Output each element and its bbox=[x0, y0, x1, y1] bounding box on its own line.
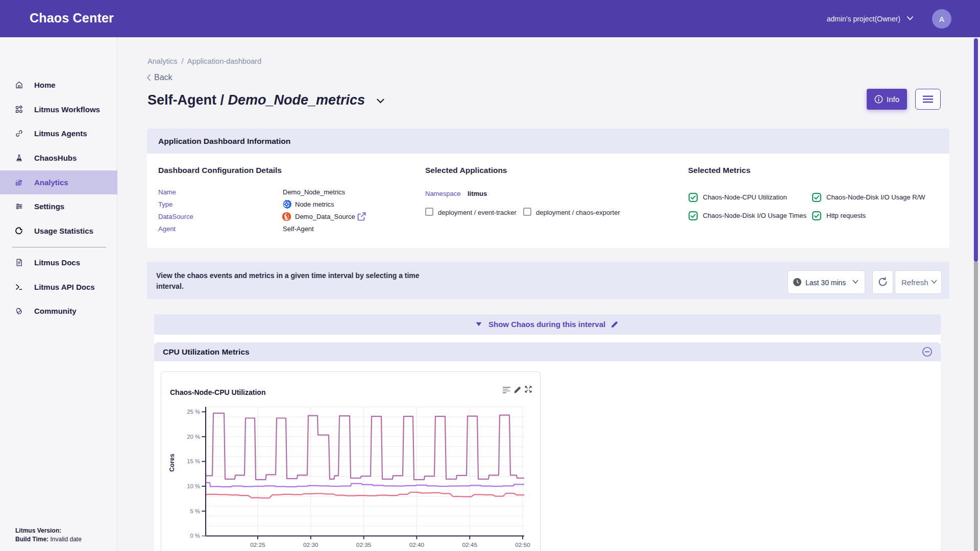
svg-text:25 %: 25 % bbox=[187, 409, 200, 415]
svg-text:02:45: 02:45 bbox=[462, 541, 477, 548]
svg-text:02:25: 02:25 bbox=[250, 541, 265, 548]
svg-text:02:40: 02:40 bbox=[409, 541, 425, 548]
svg-text:02:50: 02:50 bbox=[515, 541, 530, 548]
svg-text:02:30: 02:30 bbox=[303, 541, 318, 548]
svg-text:02:35: 02:35 bbox=[356, 541, 372, 548]
svg-text:20 %: 20 % bbox=[187, 434, 200, 440]
svg-text:15 %: 15 % bbox=[187, 458, 200, 464]
svg-text:0 %: 0 % bbox=[190, 533, 200, 539]
svg-text:Cores: Cores bbox=[168, 454, 176, 471]
svg-text:5 %: 5 % bbox=[190, 508, 200, 514]
svg-text:10 %: 10 % bbox=[187, 483, 200, 489]
